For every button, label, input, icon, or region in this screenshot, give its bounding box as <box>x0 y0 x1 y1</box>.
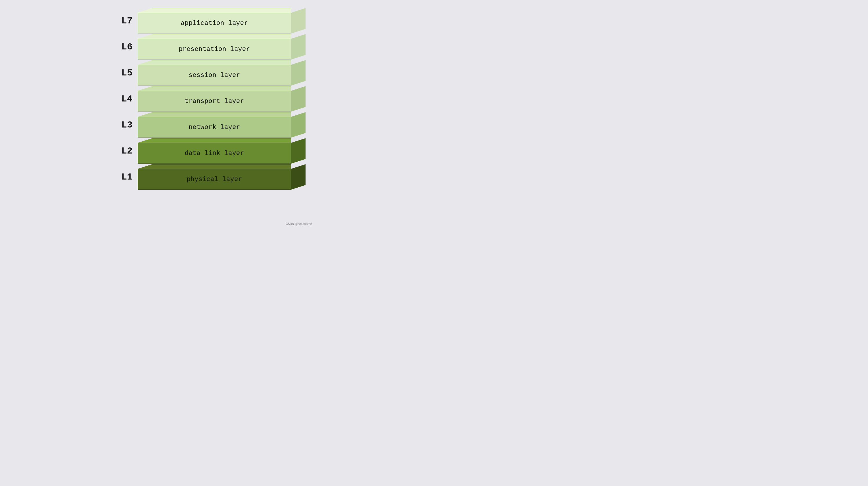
layer-right-3 <box>291 112 306 138</box>
layer-front-6: presentation layer <box>138 39 291 60</box>
layer-top-7 <box>138 8 291 13</box>
layer-label-6: L6 <box>110 42 132 52</box>
layer-block-4: transport layer <box>138 86 306 111</box>
layer-label-5: L5 <box>110 68 132 78</box>
layer-top-1 <box>138 164 291 169</box>
layer-front-2: data link layer <box>138 143 291 164</box>
layer-front-4: transport layer <box>138 91 291 111</box>
watermark: CSDN @peasdazhe <box>286 222 312 226</box>
layer-wrapper-7: L7application layer <box>110 8 312 34</box>
layer-right-2 <box>291 138 306 164</box>
layer-front-3: network layer <box>138 117 291 138</box>
layer-block-1: physical layer <box>138 164 306 190</box>
layer-top-5 <box>138 60 291 65</box>
layer-front-7: application layer <box>138 13 291 34</box>
layer-right-7 <box>291 8 306 34</box>
layer-right-5 <box>291 60 306 86</box>
layer-block-5: session layer <box>138 60 306 86</box>
layer-label-1: L1 <box>110 172 132 183</box>
layer-front-1: physical layer <box>138 169 291 190</box>
layer-wrapper-4: L4transport layer <box>110 86 312 111</box>
layer-block-2: data link layer <box>138 138 306 164</box>
layer-right-6 <box>291 34 306 60</box>
layer-wrapper-6: L6presentation layer <box>110 34 312 60</box>
osi-diagram: L7application layerL6presentation layerL… <box>110 8 312 228</box>
layer-right-1 <box>291 164 306 190</box>
layer-top-3 <box>138 112 291 117</box>
layer-block-3: network layer <box>138 112 306 138</box>
layer-label-7: L7 <box>110 15 132 26</box>
layer-top-2 <box>138 138 291 143</box>
layer-label-4: L4 <box>110 94 132 104</box>
layer-label-2: L2 <box>110 146 132 156</box>
layer-wrapper-3: L3network layer <box>110 112 312 138</box>
layer-block-7: application layer <box>138 8 306 34</box>
layer-wrapper-5: L5session layer <box>110 60 312 86</box>
layer-front-5: session layer <box>138 65 291 86</box>
layer-top-4 <box>138 86 291 91</box>
layer-right-4 <box>291 86 306 111</box>
layer-wrapper-2: L2data link layer <box>110 138 312 164</box>
layer-label-3: L3 <box>110 120 132 130</box>
layer-top-6 <box>138 34 291 39</box>
layer-block-6: presentation layer <box>138 34 306 60</box>
layer-wrapper-1: L1physical layer <box>110 164 312 190</box>
